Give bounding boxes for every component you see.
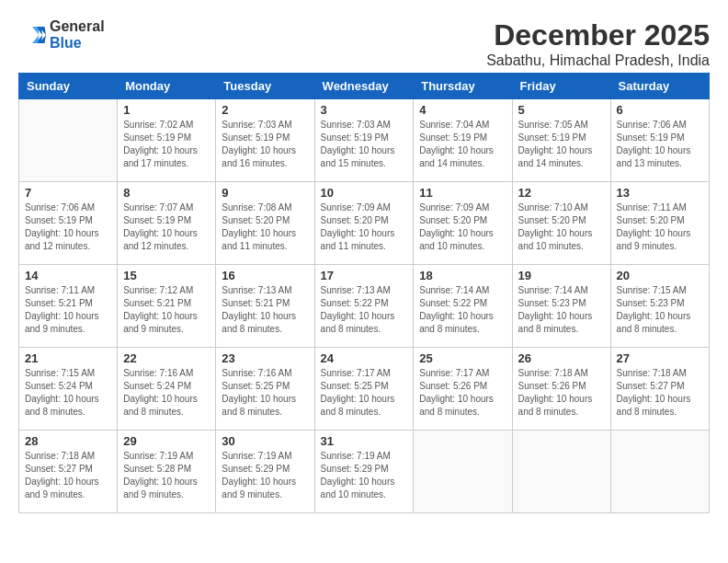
calendar-cell: 24Sunrise: 7:17 AM Sunset: 5:25 PM Dayli… — [314, 348, 414, 431]
day-number: 21 — [25, 351, 111, 365]
weekday-header-row: SundayMondayTuesdayWednesdayThursdayFrid… — [19, 74, 710, 99]
day-number: 4 — [419, 103, 506, 117]
week-row: 28Sunrise: 7:18 AM Sunset: 5:27 PM Dayli… — [19, 431, 710, 513]
day-info: Sunrise: 7:14 AM Sunset: 5:22 PM Dayligh… — [419, 284, 506, 336]
day-number: 7 — [25, 186, 111, 200]
day-number: 5 — [518, 103, 605, 117]
day-info: Sunrise: 7:16 AM Sunset: 5:25 PM Dayligh… — [222, 367, 308, 419]
day-number: 25 — [419, 351, 506, 365]
weekday-header: Friday — [512, 74, 610, 99]
location-title: Sabathu, Himachal Pradesh, India — [486, 52, 710, 69]
logo: General Blue — [18, 18, 105, 52]
day-info: Sunrise: 7:06 AM Sunset: 5:19 PM Dayligh… — [25, 201, 111, 253]
weekday-header: Thursday — [414, 74, 512, 99]
weekday-header: Tuesday — [216, 74, 314, 99]
day-info: Sunrise: 7:11 AM Sunset: 5:21 PM Dayligh… — [25, 284, 111, 336]
calendar-cell: 15Sunrise: 7:12 AM Sunset: 5:21 PM Dayli… — [118, 265, 216, 348]
calendar-cell: 19Sunrise: 7:14 AM Sunset: 5:23 PM Dayli… — [512, 265, 610, 348]
calendar-cell — [19, 99, 118, 182]
calendar-cell: 6Sunrise: 7:06 AM Sunset: 5:19 PM Daylig… — [610, 99, 709, 182]
day-info: Sunrise: 7:15 AM Sunset: 5:23 PM Dayligh… — [617, 284, 703, 336]
day-number: 10 — [321, 186, 408, 200]
day-info: Sunrise: 7:07 AM Sunset: 5:19 PM Dayligh… — [123, 201, 210, 253]
calendar-cell: 8Sunrise: 7:07 AM Sunset: 5:19 PM Daylig… — [118, 182, 216, 265]
day-info: Sunrise: 7:06 AM Sunset: 5:19 PM Dayligh… — [617, 119, 703, 170]
day-info: Sunrise: 7:16 AM Sunset: 5:24 PM Dayligh… — [123, 367, 210, 419]
page-container: General Blue December 2025 Sabathu, Hima… — [18, 18, 710, 513]
weekday-header: Sunday — [19, 74, 118, 99]
calendar-cell: 5Sunrise: 7:05 AM Sunset: 5:19 PM Daylig… — [512, 99, 610, 182]
calendar-cell: 10Sunrise: 7:09 AM Sunset: 5:20 PM Dayli… — [314, 182, 414, 265]
day-number: 28 — [25, 434, 111, 448]
logo-text: General Blue — [50, 18, 105, 52]
calendar-cell: 20Sunrise: 7:15 AM Sunset: 5:23 PM Dayli… — [610, 265, 709, 348]
day-info: Sunrise: 7:08 AM Sunset: 5:20 PM Dayligh… — [222, 201, 308, 253]
day-number: 3 — [321, 103, 408, 117]
day-info: Sunrise: 7:14 AM Sunset: 5:23 PM Dayligh… — [518, 284, 605, 336]
calendar-cell: 3Sunrise: 7:03 AM Sunset: 5:19 PM Daylig… — [314, 99, 414, 182]
calendar-cell: 12Sunrise: 7:10 AM Sunset: 5:20 PM Dayli… — [512, 182, 610, 265]
svg-rect-0 — [18, 21, 46, 49]
day-info: Sunrise: 7:18 AM Sunset: 5:27 PM Dayligh… — [617, 367, 703, 419]
calendar-cell: 11Sunrise: 7:09 AM Sunset: 5:20 PM Dayli… — [414, 182, 512, 265]
day-info: Sunrise: 7:03 AM Sunset: 5:19 PM Dayligh… — [321, 119, 408, 170]
calendar-cell: 4Sunrise: 7:04 AM Sunset: 5:19 PM Daylig… — [414, 99, 512, 182]
day-info: Sunrise: 7:18 AM Sunset: 5:26 PM Dayligh… — [518, 367, 605, 419]
week-row: 14Sunrise: 7:11 AM Sunset: 5:21 PM Dayli… — [19, 265, 710, 348]
calendar-cell: 25Sunrise: 7:17 AM Sunset: 5:26 PM Dayli… — [414, 348, 512, 431]
day-number: 23 — [222, 351, 308, 365]
day-info: Sunrise: 7:19 AM Sunset: 5:29 PM Dayligh… — [321, 450, 408, 501]
calendar-cell: 13Sunrise: 7:11 AM Sunset: 5:20 PM Dayli… — [610, 182, 709, 265]
calendar-cell: 14Sunrise: 7:11 AM Sunset: 5:21 PM Dayli… — [19, 265, 118, 348]
day-info: Sunrise: 7:10 AM Sunset: 5:20 PM Dayligh… — [518, 201, 605, 253]
day-info: Sunrise: 7:13 AM Sunset: 5:22 PM Dayligh… — [321, 284, 408, 336]
weekday-header: Monday — [118, 74, 216, 99]
calendar-cell: 27Sunrise: 7:18 AM Sunset: 5:27 PM Dayli… — [610, 348, 709, 431]
day-number: 26 — [518, 351, 605, 365]
week-row: 21Sunrise: 7:15 AM Sunset: 5:24 PM Dayli… — [19, 348, 710, 431]
calendar-cell: 18Sunrise: 7:14 AM Sunset: 5:22 PM Dayli… — [414, 265, 512, 348]
day-number: 22 — [123, 351, 210, 365]
day-number: 16 — [222, 269, 308, 282]
week-row: 1Sunrise: 7:02 AM Sunset: 5:19 PM Daylig… — [19, 99, 710, 182]
calendar-cell: 30Sunrise: 7:19 AM Sunset: 5:29 PM Dayli… — [216, 431, 314, 513]
day-number: 29 — [123, 434, 210, 448]
calendar-cell: 29Sunrise: 7:19 AM Sunset: 5:28 PM Dayli… — [118, 431, 216, 513]
day-number: 18 — [419, 269, 506, 282]
weekday-header: Saturday — [610, 74, 709, 99]
day-info: Sunrise: 7:17 AM Sunset: 5:25 PM Dayligh… — [321, 367, 408, 419]
day-number: 12 — [518, 186, 605, 200]
logo-blue: Blue — [50, 35, 82, 51]
day-number: 2 — [222, 103, 308, 117]
day-number: 8 — [123, 186, 210, 200]
calendar-cell: 1Sunrise: 7:02 AM Sunset: 5:19 PM Daylig… — [118, 99, 216, 182]
day-info: Sunrise: 7:03 AM Sunset: 5:19 PM Dayligh… — [222, 119, 308, 170]
day-info: Sunrise: 7:19 AM Sunset: 5:28 PM Dayligh… — [123, 450, 210, 501]
day-number: 24 — [321, 351, 408, 365]
calendar-cell: 26Sunrise: 7:18 AM Sunset: 5:26 PM Dayli… — [512, 348, 610, 431]
day-info: Sunrise: 7:04 AM Sunset: 5:19 PM Dayligh… — [419, 119, 506, 170]
calendar-cell: 22Sunrise: 7:16 AM Sunset: 5:24 PM Dayli… — [118, 348, 216, 431]
day-info: Sunrise: 7:12 AM Sunset: 5:21 PM Dayligh… — [123, 284, 210, 336]
day-number: 19 — [518, 269, 605, 282]
day-info: Sunrise: 7:11 AM Sunset: 5:20 PM Dayligh… — [617, 201, 703, 253]
day-number: 6 — [617, 103, 703, 117]
day-number: 1 — [123, 103, 210, 117]
day-info: Sunrise: 7:02 AM Sunset: 5:19 PM Dayligh… — [123, 119, 210, 170]
day-info: Sunrise: 7:09 AM Sunset: 5:20 PM Dayligh… — [419, 201, 506, 253]
day-info: Sunrise: 7:17 AM Sunset: 5:26 PM Dayligh… — [419, 367, 506, 419]
month-title: December 2025 — [486, 18, 710, 52]
calendar-cell: 16Sunrise: 7:13 AM Sunset: 5:21 PM Dayli… — [216, 265, 314, 348]
calendar-cell: 17Sunrise: 7:13 AM Sunset: 5:22 PM Dayli… — [314, 265, 414, 348]
calendar-table: SundayMondayTuesdayWednesdayThursdayFrid… — [18, 73, 710, 513]
day-number: 14 — [25, 269, 111, 282]
day-number: 27 — [617, 351, 703, 365]
generalblue-icon — [18, 21, 46, 49]
calendar-cell: 9Sunrise: 7:08 AM Sunset: 5:20 PM Daylig… — [216, 182, 314, 265]
calendar-cell: 28Sunrise: 7:18 AM Sunset: 5:27 PM Dayli… — [19, 431, 118, 513]
day-info: Sunrise: 7:09 AM Sunset: 5:20 PM Dayligh… — [321, 201, 408, 253]
day-info: Sunrise: 7:15 AM Sunset: 5:24 PM Dayligh… — [25, 367, 111, 419]
day-number: 31 — [321, 434, 408, 448]
calendar-cell: 7Sunrise: 7:06 AM Sunset: 5:19 PM Daylig… — [19, 182, 118, 265]
header: General Blue December 2025 Sabathu, Hima… — [18, 18, 710, 69]
